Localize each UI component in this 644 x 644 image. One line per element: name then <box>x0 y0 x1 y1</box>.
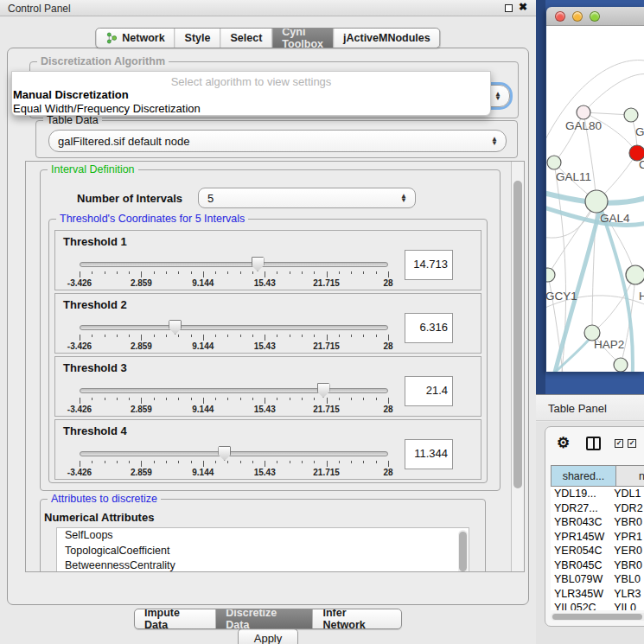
threshold-slider[interactable]: -3.4262.8599.14415.4321.71528 <box>80 323 388 349</box>
network-window-titlebar[interactable] <box>546 7 644 26</box>
table-row[interactable]: YLR345WYLR3 <box>551 587 644 602</box>
tick-mark <box>203 335 204 341</box>
tick-label: 21.715 <box>313 341 340 351</box>
table-cell[interactable]: YIL0 <box>610 601 644 610</box>
table-row[interactable]: YBL079WYBL0 <box>551 572 644 587</box>
network-node[interactable] <box>624 108 638 122</box>
tick-mark <box>80 271 80 277</box>
table-cell[interactable]: YDR2 <box>610 501 644 516</box>
table-cell[interactable]: YDL1 <box>610 487 644 501</box>
table-cell[interactable]: YPR145W <box>551 530 610 545</box>
tick-mark <box>203 271 204 277</box>
network-node[interactable] <box>547 156 561 169</box>
attribute-item[interactable]: BetweennessCentrality <box>57 558 469 572</box>
network-canvas[interactable]: GAL80GACGAL11GAL4GCY1HHAP2 <box>546 26 644 372</box>
table-cell[interactable]: YLR345W <box>551 587 610 602</box>
network-node[interactable] <box>585 190 608 213</box>
tick-mark <box>154 398 155 400</box>
close-traffic-light[interactable] <box>555 11 565 22</box>
table-cell[interactable]: YER0 <box>610 544 644 558</box>
tab-cyni-toolbox[interactable]: Cyni Toolbox <box>272 29 334 48</box>
table-cell[interactable]: YER054C <box>551 544 610 558</box>
tab-style[interactable]: Style <box>175 29 221 48</box>
table-cell[interactable]: YBR0 <box>610 515 644 530</box>
threshold-slider[interactable]: -3.4262.8599.14415.4321.71528 <box>80 260 388 286</box>
tick-mark <box>290 461 290 463</box>
minimize-traffic-light[interactable] <box>572 11 583 22</box>
tab-jactivemnodules[interactable]: jActiveMNodules <box>334 29 440 48</box>
node-label: GA <box>635 125 644 138</box>
tab-impute-data[interactable]: Impute Data <box>135 609 216 628</box>
settings-scrollbar[interactable] <box>511 162 524 571</box>
network-node[interactable] <box>626 265 644 284</box>
checked-checkbox-icon[interactable]: ✓ <box>615 439 623 448</box>
table-cell[interactable]: YBR045C <box>551 558 610 573</box>
table-cell[interactable]: YIL052C <box>551 601 610 610</box>
table-horizontal-scrollbar-thumb[interactable] <box>552 614 642 620</box>
threshold-value-field[interactable]: 21.4 <box>405 376 453 406</box>
slider-track[interactable] <box>80 262 388 267</box>
zoom-traffic-light[interactable] <box>590 11 600 22</box>
close-icon[interactable]: ✖ <box>519 1 527 13</box>
checked-checkbox-icon[interactable]: ✓ <box>628 439 636 448</box>
network-node[interactable] <box>577 105 590 119</box>
attributes-scrollbar[interactable] <box>458 530 468 572</box>
network-view-window[interactable]: GAL80GACGAL11GAL4GCY1HHAP2 <box>546 7 644 372</box>
tick-mark <box>166 271 167 274</box>
column-header[interactable]: n <box>616 465 644 487</box>
tab-infer-network[interactable]: Infer Network <box>313 609 401 628</box>
table-cell[interactable]: YBR043C <box>551 515 610 530</box>
attributes-scrollbar-thumb[interactable] <box>459 532 467 571</box>
slider-handle[interactable] <box>169 320 182 335</box>
tab-select[interactable]: Select <box>220 29 272 48</box>
table-row[interactable]: YIL052CYIL0 <box>551 601 644 610</box>
table-row[interactable]: YBR045CYBR0 <box>551 558 644 573</box>
apply-button[interactable]: Apply <box>238 628 298 644</box>
algorithm-option[interactable]: Manual Discretization <box>13 88 491 102</box>
threshold-value-field[interactable]: 11.344 <box>405 439 453 469</box>
table-cell[interactable]: YDR27... <box>551 501 610 516</box>
attribute-item[interactable]: TopologicalCoefficient <box>57 544 469 559</box>
table-row[interactable]: YPR145WYPR1 <box>551 530 644 545</box>
table-cell[interactable]: YLR3 <box>610 587 644 602</box>
tick-mark <box>117 335 118 337</box>
table-row[interactable]: YER054CYER0 <box>551 544 644 558</box>
network-node[interactable] <box>614 358 628 372</box>
table-horizontal-scrollbar[interactable] <box>551 613 644 621</box>
settings-scrollbar-thumb[interactable] <box>513 181 522 488</box>
table-cell[interactable]: YBL0 <box>610 572 644 587</box>
slider-handle[interactable] <box>317 383 330 398</box>
table-cell[interactable]: YDL19... <box>551 487 610 501</box>
slider-handle[interactable] <box>218 446 231 461</box>
table-cell[interactable]: YBL079W <box>551 572 610 587</box>
attribute-item[interactable]: SelfLoops <box>57 528 469 544</box>
slider-handle[interactable] <box>252 257 265 271</box>
slider-track[interactable] <box>80 388 388 393</box>
table-row[interactable]: YDR27...YDR2 <box>551 501 644 516</box>
column-header[interactable]: shared... <box>551 465 616 487</box>
table-cell[interactable]: YBR0 <box>610 558 644 573</box>
table-data-combobox[interactable]: galFiltered.sif default node ▲▼ <box>48 130 507 152</box>
tick-mark <box>339 271 340 274</box>
table-cell[interactable]: YPR1 <box>610 530 644 545</box>
threshold-value-field[interactable]: 14.713 <box>405 250 453 280</box>
tick-mark <box>302 271 303 274</box>
slider-track[interactable] <box>80 325 388 330</box>
slider-track[interactable] <box>80 451 388 456</box>
tab-discretize-data[interactable]: Discretize Data <box>216 609 313 628</box>
split-columns-icon[interactable] <box>586 437 601 450</box>
table-row[interactable]: YDL19...YDL1 <box>551 487 644 501</box>
numerical-attributes-list[interactable]: SelfLoopsTopologicalCoefficientBetweenne… <box>56 527 469 572</box>
threshold-value-field[interactable]: 6.316 <box>405 313 453 343</box>
tick-label: 9.144 <box>192 341 214 351</box>
gear-icon[interactable]: ⚙ <box>557 434 570 452</box>
threshold-slider[interactable]: -3.4262.8599.14415.4321.71528 <box>80 450 388 475</box>
number-of-intervals-combobox[interactable]: 5 ▲▼ <box>198 188 416 208</box>
network-node[interactable] <box>546 268 555 282</box>
table-row[interactable]: YBR043CYBR0 <box>551 515 644 530</box>
algorithm-option[interactable]: Equal Width/Frequency Discretization <box>13 102 491 116</box>
float-window-icon[interactable] <box>505 4 513 12</box>
tab-network[interactable]: Network <box>96 29 175 48</box>
network-edge <box>583 74 644 112</box>
threshold-slider[interactable]: -3.4262.8599.14415.4321.71528 <box>80 386 388 412</box>
